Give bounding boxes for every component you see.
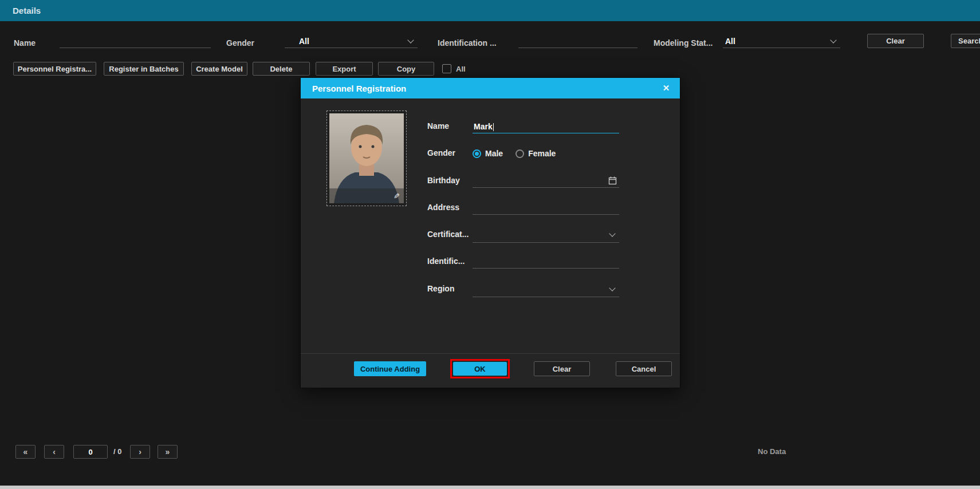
personnel-photo: ✎ [329,113,404,203]
ok-button[interactable]: OK [453,362,507,376]
filter-modeling-status-select[interactable]: All [723,34,840,48]
filter-gender-select[interactable]: All [285,34,418,48]
male-radio[interactable] [473,149,481,158]
certificate-select[interactable] [473,228,619,243]
chevron-down-icon [830,37,836,43]
page-header: Details [0,0,980,21]
gender-radio-group: Male Female [473,149,556,158]
personnel-registration-dialog: Personnel Registration ✕ [300,77,680,388]
filter-modeling-status-label: Modeling Stat... [654,38,713,48]
birthday-field-label: Birthday [427,176,460,185]
close-icon[interactable]: ✕ [660,82,672,94]
page-title: Details [13,6,41,15]
male-radio-label: Male [485,149,503,158]
continue-adding-button[interactable]: Continue Adding [354,361,426,376]
chevron-down-icon [609,285,615,291]
name-field-label: Name [427,121,449,131]
dialog-title: Personnel Registration [312,84,406,93]
register-in-batches-button[interactable]: Register in Batches [104,62,184,76]
clear-filters-button[interactable]: Clear [867,34,924,48]
filter-identification-label: Identification ... [438,38,497,48]
first-page-button[interactable]: « [15,445,36,459]
chevron-down-icon [407,37,414,43]
filter-gender-label: Gender [226,38,254,48]
address-input[interactable] [473,201,619,215]
calendar-icon[interactable] [608,176,617,187]
address-field-label: Address [427,203,459,212]
last-page-button[interactable]: » [158,445,178,459]
export-button[interactable]: Export [316,62,373,76]
identification-field-label: Identific... [427,257,465,266]
female-radio[interactable] [515,149,524,158]
photo-upload-area[interactable]: ✎ [326,111,407,206]
total-pages-label: / 0 [113,447,121,456]
birthday-input[interactable] [473,174,619,188]
certificate-field-label: Certificat... [427,230,469,239]
copy-button[interactable]: Copy [378,62,434,76]
dialog-footer-divider [301,353,680,354]
dialog-clear-button[interactable]: Clear [534,361,590,376]
photo-edit-bar: ✎ [329,188,404,203]
ok-button-highlight: OK [450,359,510,378]
region-select[interactable] [473,282,619,297]
create-model-button[interactable]: Create Model [191,62,247,76]
filter-gender-value: All [299,37,309,46]
next-page-button[interactable]: › [130,445,150,459]
cancel-button[interactable]: Cancel [616,361,672,376]
chevron-down-icon [609,230,615,236]
bottom-edge-strip [0,486,980,489]
filter-identification-input[interactable] [518,34,637,48]
personnel-registration-button[interactable]: Personnel Registra... [13,62,96,76]
filter-name-input[interactable] [60,34,211,48]
gender-field-label: Gender [427,148,455,157]
filter-name-label: Name [14,38,36,48]
delete-button[interactable]: Delete [253,62,310,76]
identification-input[interactable] [473,255,619,269]
filter-modeling-status-value: All [725,37,735,46]
search-button[interactable]: Search [951,34,980,48]
select-all-label: All [456,65,466,73]
text-caret [493,123,494,131]
region-field-label: Region [427,284,454,293]
female-radio-label: Female [528,149,556,158]
name-input-value: Mark [474,122,493,131]
current-page-input[interactable] [73,445,108,459]
no-data-label: No Data [758,447,786,456]
name-input[interactable]: Mark [473,120,619,133]
dialog-titlebar: Personnel Registration [301,78,680,98]
select-all-checkbox[interactable] [442,64,451,73]
edit-pencil-icon[interactable]: ✎ [393,192,400,200]
app-window: { "header": { "title": "Details" }, "fil… [0,0,980,489]
prev-page-button[interactable]: ‹ [44,445,64,459]
